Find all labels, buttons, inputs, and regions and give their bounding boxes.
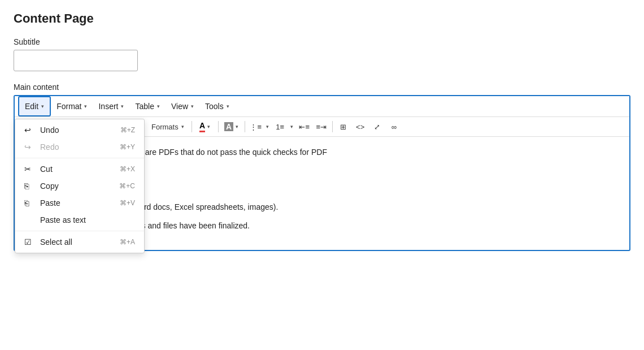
paste-as-text-label: Paste as text bbox=[40, 215, 135, 224]
dropdown-paste-as-text[interactable]: Paste as text bbox=[15, 211, 144, 228]
undo-shortcut: ⌘+Z bbox=[120, 126, 135, 134]
main-content-label: Main content bbox=[14, 83, 630, 92]
menu-format[interactable]: Format ▾ bbox=[51, 97, 93, 115]
menu-view[interactable]: View ▾ bbox=[166, 97, 199, 115]
menu-edit[interactable]: Edit ▾ bbox=[18, 96, 51, 116]
dropdown-redo[interactable]: ↪ Redo ⌘+Y bbox=[15, 139, 144, 155]
redo-icon: ↪ bbox=[24, 142, 36, 152]
dropdown-paste[interactable]: ⎗ Paste ⌘+V bbox=[15, 195, 144, 211]
cut-label: Cut bbox=[40, 165, 115, 174]
dropdown-undo[interactable]: ↩ Undo ⌘+Z bbox=[15, 122, 144, 139]
cut-shortcut: ⌘+X bbox=[120, 165, 135, 173]
toolbar-sep-5 bbox=[245, 121, 245, 132]
select-all-label: Select all bbox=[40, 237, 115, 247]
formats-label: Formats bbox=[151, 123, 179, 131]
infinity-button[interactable]: ∞ bbox=[386, 119, 402, 134]
formats-dropdown-button[interactable]: Formats ▾ bbox=[147, 121, 189, 133]
menu-table[interactable]: Table ▾ bbox=[129, 97, 165, 115]
dropdown-section-clipboard: ✂ Cut ⌘+X ⎘ Copy ⌘+C ⎗ Paste ⌘+V Paste a… bbox=[15, 158, 144, 231]
table-chevron-icon: ▾ bbox=[157, 103, 160, 109]
menu-insert[interactable]: Insert ▾ bbox=[93, 97, 129, 115]
table-icon-button[interactable]: ⊞ bbox=[336, 119, 351, 134]
numbered-list-button[interactable]: 1≡ bbox=[272, 119, 288, 134]
view-chevron-icon: ▾ bbox=[191, 103, 194, 109]
dropdown-select-all[interactable]: ☑ Select all ⌘+A bbox=[15, 234, 144, 250]
numbered-list-chevron-icon: ▾ bbox=[290, 124, 293, 129]
toolbar-sep-6 bbox=[332, 121, 333, 132]
indent-decrease-button[interactable]: ⇤≡ bbox=[297, 119, 312, 134]
dropdown-copy[interactable]: ⎘ Copy ⌘+C bbox=[15, 178, 144, 195]
font-color-button[interactable]: A ▾ bbox=[195, 119, 215, 134]
bg-color-chevron-icon: ▾ bbox=[236, 124, 238, 129]
toolbar-sep-3 bbox=[192, 121, 192, 132]
insert-chevron-icon: ▾ bbox=[121, 103, 124, 109]
undo-label: Undo bbox=[40, 126, 116, 135]
subtitle-label: Subtitle bbox=[14, 37, 630, 46]
indent-increase-button[interactable]: ≡⇥ bbox=[314, 119, 329, 134]
copy-shortcut: ⌘+C bbox=[119, 182, 135, 190]
code-button[interactable]: <> bbox=[353, 119, 368, 134]
editor-container: Edit ▾ Format ▾ Insert ▾ Table ▾ View ▾ … bbox=[14, 95, 630, 251]
edit-chevron-icon: ▾ bbox=[41, 103, 44, 109]
dropdown-section-select: ☑ Select all ⌘+A bbox=[15, 231, 144, 253]
paste-shortcut: ⌘+V bbox=[120, 199, 135, 207]
paste-icon: ⎗ bbox=[24, 198, 36, 208]
bg-color-a-icon: A bbox=[224, 122, 233, 131]
edit-dropdown-menu: ↩ Undo ⌘+Z ↪ Redo ⌘+Y ✂ Cut ⌘+X ⎘ bbox=[15, 119, 145, 253]
dropdown-cut[interactable]: ✂ Cut ⌘+X bbox=[15, 161, 144, 178]
copy-label: Copy bbox=[40, 182, 115, 191]
fullscreen-button[interactable]: ⤢ bbox=[369, 119, 385, 134]
select-all-icon: ☑ bbox=[24, 237, 36, 247]
redo-label: Redo bbox=[40, 142, 115, 152]
copy-icon: ⎘ bbox=[24, 182, 36, 191]
bullet-list-button[interactable]: ⋮≡ bbox=[248, 119, 264, 134]
redo-shortcut: ⌘+Y bbox=[120, 143, 135, 151]
format-chevron-icon: ▾ bbox=[84, 103, 87, 109]
cut-icon: ✂ bbox=[24, 165, 36, 174]
font-color-a-icon: A bbox=[199, 121, 205, 132]
bullet-list-chevron-icon: ▾ bbox=[266, 124, 269, 129]
toolbar-sep-4 bbox=[218, 121, 219, 132]
page-title: Content Page bbox=[14, 11, 630, 26]
tools-chevron-icon: ▾ bbox=[227, 103, 229, 109]
font-color-chevron-icon: ▾ bbox=[207, 124, 210, 129]
menu-bar: Edit ▾ Format ▾ Insert ▾ Table ▾ View ▾ … bbox=[15, 96, 629, 117]
formats-chevron-icon: ▾ bbox=[181, 124, 184, 129]
menu-tools[interactable]: Tools ▾ bbox=[199, 97, 235, 115]
paste-label: Paste bbox=[40, 198, 115, 208]
bg-color-button[interactable]: A ▾ bbox=[221, 119, 242, 134]
subtitle-input[interactable] bbox=[14, 50, 138, 71]
undo-icon: ↩ bbox=[24, 126, 36, 135]
dropdown-section-undoredo: ↩ Undo ⌘+Z ↪ Redo ⌘+Y bbox=[15, 119, 144, 158]
select-all-shortcut: ⌘+A bbox=[120, 238, 135, 246]
